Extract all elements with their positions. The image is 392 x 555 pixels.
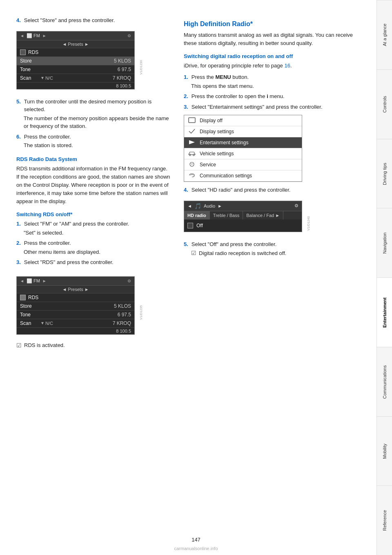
- entertainment-icon: [188, 139, 196, 146]
- screen-2-left-arrow: ◄: [20, 279, 24, 283]
- hd-step-1: 1. Press the MENU button. This opens the…: [184, 73, 355, 90]
- screen-image-1: ◄ ⬜ FM ► ⚙ ◄ Presets ► RDS Store 5 KLOS: [16, 31, 135, 90]
- rds-step-1-number: 1.: [16, 220, 21, 228]
- screen-2-tone-value: 6 97.5: [118, 312, 131, 318]
- sidebar-tab-navigation[interactable]: Navigation: [377, 208, 392, 278]
- sidebar-tab-reference[interactable]: Reference: [377, 486, 392, 555]
- menu-row-display-off: Display off: [184, 115, 302, 126]
- screen-2-icon: ⚙: [127, 279, 131, 283]
- menu-entertainment-label: Entertainment settings: [200, 140, 248, 145]
- menu-row-comms: Communication settings: [184, 170, 302, 181]
- rds-step-1: 1. Select "FM" or "AM" and press the con…: [16, 220, 172, 237]
- screen-1-subheader: ◄ Presets ►: [17, 40, 134, 48]
- hd-step-1-bold: MENU: [215, 74, 231, 80]
- screen-1-store-label: Store: [20, 58, 40, 64]
- audio-tabs: HD radio Treble / Bass Balance / Fad ►: [184, 211, 302, 219]
- screen-1-footer: 8 100.5: [17, 82, 134, 89]
- screen-2-store-label: Store: [20, 303, 40, 309]
- sidebar-tab-mobility[interactable]: Mobility: [377, 416, 392, 486]
- sidebar-tab-controls[interactable]: Controls: [377, 69, 392, 139]
- idrive-note: iDrive, for operating principle refer to…: [184, 62, 355, 70]
- hd-step-5-note-container: ☑ Digital radio reception is switched of…: [191, 249, 355, 257]
- rds-step-1-sub: "Set" is selected.: [24, 229, 172, 237]
- audio-tab-balance[interactable]: Balance / Fad ►: [243, 211, 283, 219]
- sidebar-tab-driving-tips[interactable]: Driving tips: [377, 139, 392, 208]
- menu-row-vehicle: Vehicle settings: [184, 148, 302, 159]
- screen-2-side-label: V1/D1235: [139, 305, 143, 320]
- svg-marker-1: [189, 140, 195, 144]
- screen-1-left-arrow: ◄: [20, 34, 24, 38]
- switching-rds-title: Switching RDS on/off*: [16, 211, 172, 217]
- step-4: 4. Select "Store" and press the controll…: [16, 16, 172, 25]
- screen-1-row-scan: Scan ▼ N/C 7 KROQ: [17, 74, 134, 82]
- hd-step-4-number: 4.: [184, 186, 188, 194]
- hd-step-1-number: 1.: [184, 73, 188, 81]
- audio-right-arrow: ►: [218, 204, 222, 208]
- idrive-note-text: iDrive, for operating principle refer to…: [184, 63, 283, 69]
- screen-2-scan-value: 7 KROQ: [113, 320, 131, 326]
- hd-step-2-text: Press the controller to open the i menu.: [192, 92, 285, 101]
- menu-row-service: Service: [184, 159, 302, 170]
- rds-step-2-text: Press the controller.: [24, 239, 71, 247]
- hd-title: High Definition Radio*: [184, 20, 355, 28]
- screen-1-scan-value: 7 KROQ: [113, 75, 131, 81]
- rds-step-2-sub: Other menu items are displayed.: [24, 248, 172, 256]
- right-column: High Definition Radio* Many stations tra…: [184, 16, 355, 539]
- hd-step-2-number: 2.: [184, 92, 188, 101]
- screen-2-wrapper: ◄ ⬜ FM ► ⚙ ◄ Presets ► RDS Store 5 KLOS: [16, 272, 135, 339]
- audio-screen: ◄ 🎵 Audio ► ⚙ HD radio Treble / Bass Bal…: [184, 201, 302, 232]
- hd-step-4: 4. Select "HD radio" and press the contr…: [184, 186, 355, 194]
- step-5-sub: The number of the memory position appear…: [24, 114, 172, 130]
- vehicle-settings-icon: [188, 150, 196, 157]
- screen-2-store-value: 5 KLOS: [114, 303, 131, 309]
- sidebar-tab-communications[interactable]: Communications: [377, 347, 392, 416]
- step-5: 5. Turn the controller until the desired…: [16, 98, 172, 130]
- step-4-number: 4.: [16, 16, 21, 25]
- rds-step-2: 2. Press the controller. Other menu item…: [16, 239, 172, 256]
- display-off-icon: [188, 117, 196, 124]
- screen-1-tone-label: Tone: [20, 67, 40, 72]
- audio-settings-icon: ⚙: [294, 203, 298, 208]
- screen-2-header: ◄ ⬜ FM ► ⚙: [17, 277, 134, 285]
- screen-2-subheader: ◄ Presets ►: [17, 285, 134, 293]
- step-5-number: 5.: [16, 98, 21, 114]
- rds-title: RDS Radio Data System: [16, 156, 172, 162]
- page-number: 147: [192, 537, 200, 543]
- hd-step-5-note: Digital radio reception is switched off.: [199, 249, 286, 257]
- audio-checkbox: [187, 223, 193, 228]
- screen-2-footer: 8 100.5: [17, 327, 134, 334]
- screen-1-row-rds: RDS: [17, 48, 134, 56]
- hd-step-5: 5. Select "Off" and press the controller…: [184, 240, 355, 258]
- hd-step-3: 3. Select "Entertainment settings" and p…: [184, 103, 355, 111]
- screen-image-2: ◄ ⬜ FM ► ⚙ ◄ Presets ► RDS Store 5 KLOS: [16, 276, 135, 335]
- screen-2-scan-arrow: ▼: [40, 321, 45, 325]
- hd-body: Many stations transmit analog as well as…: [184, 31, 355, 47]
- menu-row-display-settings: Display settings: [184, 126, 302, 137]
- rds-note-container: ☑ RDS is activated.: [16, 342, 172, 349]
- audio-left-arrow: ◄: [187, 204, 192, 208]
- screen-2-row-tone: Tone 6 97.5: [17, 310, 134, 319]
- screen-2-rds-checkbox: [20, 295, 26, 300]
- sidebar-tab-entertainment[interactable]: Entertainment: [377, 278, 392, 347]
- screen-1-store-value: 5 KLOS: [114, 58, 131, 64]
- switching-title: Switching digital radio reception on and…: [184, 53, 355, 59]
- service-icon: [188, 161, 196, 168]
- step-6: 6. Press the controller. The station is …: [16, 133, 172, 150]
- menu-service-label: Service: [200, 162, 216, 168]
- audio-off-label: Off: [196, 223, 203, 228]
- screen-1-rds-label: RDS: [28, 49, 38, 55]
- audio-tab-treble[interactable]: Treble / Bass: [210, 211, 243, 219]
- sidebar-tab-at-a-glance[interactable]: At a glance: [377, 0, 392, 69]
- audio-off-row: Off: [187, 223, 298, 228]
- screen-1-wrapper: ◄ ⬜ FM ► ⚙ ◄ Presets ► RDS Store 5 KLOS: [16, 27, 135, 94]
- screen-1-scan-label: Scan: [20, 75, 40, 81]
- hd-step-5-number: 5.: [184, 240, 188, 248]
- audio-tab-hd[interactable]: HD radio: [184, 211, 210, 219]
- screen-1-row-store: Store 5 KLOS: [17, 56, 134, 65]
- hd-step-1-sub: This opens the start menu.: [191, 82, 355, 90]
- audio-screen-wrapper: ◄ 🎵 Audio ► ⚙ HD radio Treble / Bass Bal…: [184, 197, 302, 236]
- idrive-page-link: 16: [284, 63, 290, 69]
- menu-image: Display off Display settings Entertainme…: [184, 115, 302, 182]
- screen-1-scan-nc: N/C: [45, 76, 53, 81]
- screen-2-rds-label: RDS: [28, 295, 38, 300]
